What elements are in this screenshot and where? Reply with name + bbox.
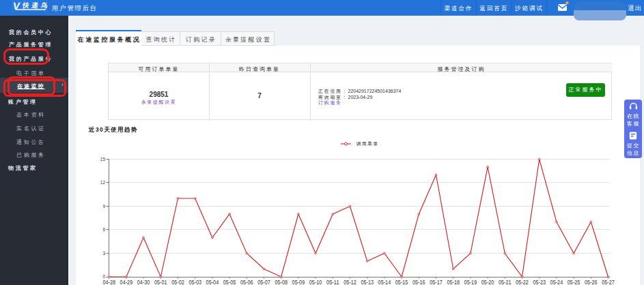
svg-text:05-08: 05-08: [275, 278, 288, 285]
svg-text:05-10: 05-10: [309, 278, 322, 285]
svg-text:05-16: 05-16: [412, 278, 425, 285]
svg-text:05-13: 05-13: [361, 278, 374, 285]
svg-text:05-27: 05-27: [602, 278, 615, 285]
svg-text:05-20: 05-20: [481, 278, 494, 285]
svg-text:05-26: 05-26: [585, 278, 598, 285]
svg-text:05-14: 05-14: [378, 278, 391, 285]
svg-text:04-30: 04-30: [137, 278, 150, 285]
svg-text:05-06: 05-06: [240, 278, 253, 285]
svg-text:05-01: 05-01: [154, 278, 167, 285]
svg-text:05-05: 05-05: [223, 278, 236, 285]
svg-text:05-24: 05-24: [550, 278, 563, 285]
svg-text:05-21: 05-21: [499, 278, 512, 285]
svg-text:9: 9: [102, 204, 105, 209]
svg-text:05-03: 05-03: [188, 278, 201, 285]
svg-text:05-18: 05-18: [447, 278, 460, 285]
svg-text:12: 12: [100, 180, 106, 185]
svg-text:6: 6: [102, 227, 105, 232]
svg-text:05-04: 05-04: [206, 278, 219, 285]
svg-text:05-11: 05-11: [326, 278, 339, 285]
svg-text:15: 15: [100, 157, 106, 162]
svg-text:04-28: 04-28: [102, 278, 115, 285]
svg-text:05-19: 05-19: [464, 278, 477, 285]
svg-text:05-17: 05-17: [430, 278, 443, 285]
svg-text:04-29: 04-29: [120, 278, 133, 285]
svg-text:05-02: 05-02: [171, 278, 184, 285]
svg-text:05-15: 05-15: [395, 278, 408, 285]
svg-text:05-25: 05-25: [568, 278, 580, 285]
svg-text:05-22: 05-22: [516, 278, 529, 285]
svg-text:3: 3: [102, 251, 105, 256]
svg-text:05-09: 05-09: [292, 278, 305, 285]
svg-text:05-07: 05-07: [257, 278, 270, 285]
svg-text:05-23: 05-23: [533, 278, 546, 285]
svg-text:05-12: 05-12: [344, 278, 356, 285]
